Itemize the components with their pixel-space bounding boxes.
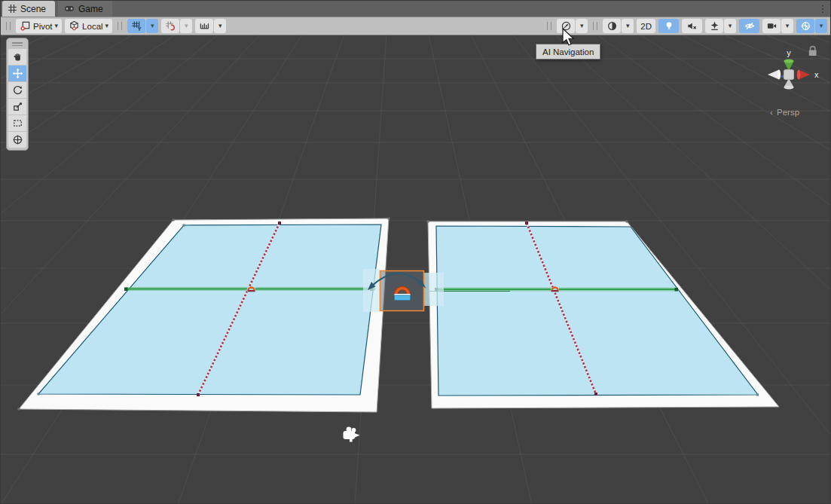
offmesh-link-mini-icon[interactable]: [551, 287, 559, 292]
axis-x-cap: [797, 70, 800, 80]
toolbar-separator: [593, 22, 597, 30]
2d-label: 2D: [640, 22, 652, 31]
pivot-button[interactable]: Pivot ▾: [16, 19, 62, 33]
link-endpoint: [675, 288, 679, 292]
hand-tool-button[interactable]: [8, 49, 26, 65]
more-menu-button[interactable]: ⋮: [815, 1, 830, 17]
gamepad-icon: [64, 5, 75, 12]
grid-visibility-toggle[interactable]: Y: [127, 19, 145, 33]
tab-strip: Scene Game ⋮: [1, 1, 830, 17]
camera-settings-button[interactable]: [762, 19, 781, 33]
scene-viewport[interactable]: y x ‹ Persp: [1, 35, 830, 503]
gizmos-dropdown[interactable]: ▾: [815, 19, 827, 33]
boundary-endpoint: [197, 393, 200, 396]
camera-gizmo[interactable]: [344, 427, 360, 442]
grid-visibility-dropdown[interactable]: ▾: [146, 19, 158, 33]
shaded-sphere-icon: [606, 20, 618, 32]
boundary-endpoint: [594, 393, 597, 396]
grid-snap-icon: [165, 20, 176, 32]
rect-tool-icon: [12, 118, 23, 129]
offmesh-link-selected[interactable]: [363, 269, 444, 312]
scale-tool-button[interactable]: [8, 99, 26, 115]
axis-y-cap: [784, 59, 794, 63]
chevron-down-icon: ▾: [55, 23, 59, 29]
link-endpoint-area-left: [363, 269, 380, 312]
chevron-down-icon: ▾: [729, 23, 732, 29]
offmesh-link-mini-icon[interactable]: [247, 287, 255, 292]
scale-tool-icon: [12, 101, 23, 112]
tab-game[interactable]: Game: [58, 1, 112, 17]
boundary-endpoint: [278, 221, 281, 225]
gizmo-center-cube[interactable]: [784, 70, 794, 80]
grid-icon: [8, 5, 17, 13]
table-left[interactable]: [18, 218, 390, 413]
toolbar-separator: [118, 22, 122, 30]
draw-mode-button[interactable]: [603, 19, 621, 33]
grid-snapping-control: ▾: [161, 19, 192, 33]
vertex-marker: [626, 221, 628, 223]
effects-button[interactable]: [705, 19, 723, 33]
drag-handle-icon[interactable]: [6, 22, 11, 30]
axis-negx-cap: [778, 70, 781, 80]
gizmos-control: ▾: [796, 19, 827, 33]
gizmo-sphere-icon: [800, 20, 811, 32]
palette-drag-handle-icon[interactable]: [8, 41, 26, 47]
axis-x-label: x: [814, 70, 819, 79]
tab-scene[interactable]: Scene: [2, 1, 55, 17]
vertex-marker: [183, 225, 185, 227]
ai-navigation-dropdown[interactable]: ▾: [576, 19, 588, 33]
rect-tool-button[interactable]: [8, 115, 26, 131]
tab-scene-label: Scene: [20, 4, 46, 14]
2d-toggle[interactable]: 2D: [637, 19, 655, 33]
draw-mode-dropdown[interactable]: ▾: [622, 19, 634, 33]
transform-tool-button[interactable]: [8, 132, 26, 148]
mouse-cursor-icon: [561, 28, 576, 50]
audio-toggle[interactable]: [682, 19, 702, 33]
move-tool-button[interactable]: [8, 66, 26, 81]
pivot-icon: [20, 20, 31, 32]
local-cube-icon: [69, 20, 80, 32]
gizmos-toggle[interactable]: [796, 19, 814, 33]
lighting-toggle[interactable]: [658, 19, 679, 33]
tab-game-label: Game: [78, 4, 103, 14]
lightbulb-icon: [664, 20, 674, 32]
effects-star-icon: [709, 20, 720, 32]
handle-rotation-button[interactable]: Local ▾: [65, 19, 112, 33]
projection-label[interactable]: Persp: [777, 108, 799, 117]
camera-foot: [350, 439, 353, 442]
effects-control: ▾: [705, 19, 736, 33]
scene-objects-layer: y x ‹ Persp: [1, 35, 830, 503]
grid-snapping-toggle[interactable]: [161, 19, 179, 33]
vertex-marker: [756, 394, 759, 396]
chevron-down-icon: ▾: [218, 23, 222, 29]
scene-visibility-toggle[interactable]: [739, 19, 759, 33]
pivot-label: Pivot: [33, 22, 53, 31]
offmesh-link-icon[interactable]: [395, 289, 411, 301]
snap-increment-button[interactable]: [195, 19, 213, 33]
draw-mode-control: ▾: [603, 19, 634, 33]
link-base: [395, 295, 411, 301]
axis-y-label: y: [787, 48, 791, 57]
toolbar-right-group: ▾ ▾ 2D: [545, 19, 827, 33]
scene-toolbar: Pivot ▾ Local ▾ Y ▾: [1, 17, 830, 35]
chevron-down-icon: ▾: [820, 23, 823, 29]
effects-dropdown[interactable]: ▾: [724, 19, 736, 33]
toolbar-separator: [547, 22, 551, 30]
axis-negy-cap: [784, 85, 794, 89]
grid-snapping-dropdown[interactable]: ▾: [180, 19, 192, 33]
snap-increment-control: ▾: [195, 19, 226, 33]
snap-increment-dropdown[interactable]: ▾: [214, 19, 226, 33]
axis-negx-cone[interactable]: [768, 70, 779, 80]
unity-editor-scene-view: { "tabs": [ { "label": "Scene", "icon": …: [0, 0, 831, 504]
rotate-tool-icon: [12, 84, 23, 96]
lock-icon[interactable]: [809, 47, 817, 56]
camera-settings-dropdown[interactable]: ▾: [781, 19, 793, 33]
table-right[interactable]: [425, 221, 779, 409]
tools-palette: [6, 38, 29, 151]
camera-body: [344, 431, 356, 439]
table-right-navmesh: [436, 226, 758, 396]
rotate-tool-button[interactable]: [8, 82, 26, 98]
boundary-endpoint: [525, 221, 528, 225]
axis-x-cone[interactable]: [799, 70, 810, 80]
link-endpoint: [124, 288, 128, 292]
